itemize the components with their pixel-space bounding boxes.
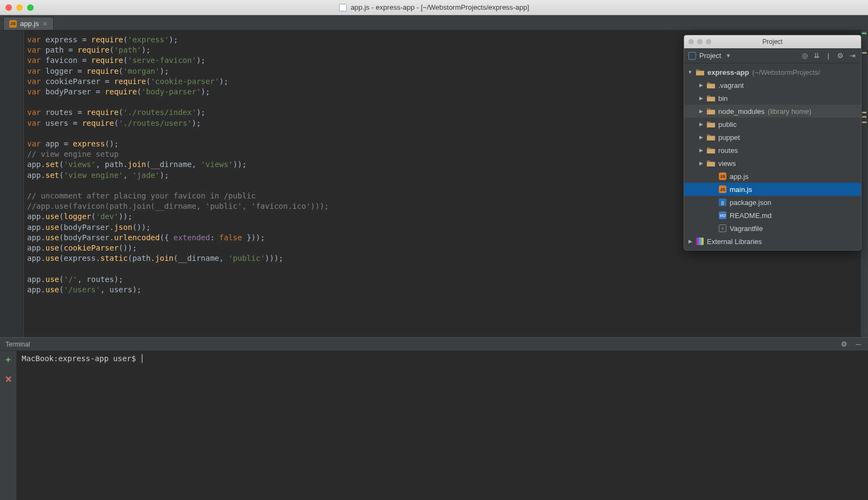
folder-icon	[707, 82, 715, 89]
folder-icon	[707, 147, 715, 154]
disclosure-triangle-icon[interactable]: ▶	[698, 95, 704, 101]
folder-icon	[707, 134, 715, 141]
js-file-icon: JS	[719, 185, 726, 193]
window-titlebar: app.js - express-app - [~/WebstormProjec…	[0, 0, 868, 15]
external-libraries-node[interactable]: ▶External Libraries	[684, 235, 861, 248]
disclosure-triangle-icon[interactable]: ▶	[698, 134, 704, 140]
project-tree[interactable]: ▼express-app (~/WebstormProjects/▶.vagra…	[684, 63, 861, 250]
file-README.md[interactable]: MDREADME.md	[684, 209, 861, 222]
code-line[interactable]: app.use('/users', users);	[27, 285, 867, 295]
terminal-prompt: MacBook:express-app user$	[22, 354, 141, 363]
editor-error-stripe[interactable]	[861, 30, 867, 337]
project-scope-icon	[688, 52, 696, 60]
file-main.js[interactable]: JSmain.js	[684, 183, 861, 196]
tab-label: app.js	[20, 20, 39, 28]
disclosure-triangle-icon[interactable]: ▶	[698, 148, 704, 153]
minimize-window-button[interactable]	[16, 4, 23, 11]
terminal-tool-window: Terminal ⚙ ─ ＋ ✕ MacBook:express-app use…	[0, 337, 868, 500]
folder-public[interactable]: ▶public	[684, 118, 861, 131]
project-tool-window[interactable]: Project Project ▼ ◎ ⇊ | ⚙ ⇥ ▼express-app…	[684, 35, 861, 251]
code-line[interactable]: app.use(express.static(path.join(__dirna…	[27, 253, 867, 264]
disclosure-triangle-icon[interactable]: ▼	[687, 69, 693, 75]
project-view-label: Project	[699, 52, 721, 60]
terminal-tab-label[interactable]: Terminal	[5, 341, 30, 348]
project-zoom-button[interactable]	[706, 39, 711, 44]
libraries-icon	[696, 238, 704, 245]
window-title-text: app.js - express-app - [~/WebstormProjec…	[350, 3, 529, 11]
hide-panel-icon[interactable]: ⇥	[848, 52, 857, 60]
editor-gutter	[0, 30, 24, 337]
collapse-all-icon[interactable]: ⇊	[812, 52, 821, 60]
project-window-traffic-lights	[688, 39, 711, 44]
code-line[interactable]: app.use('/', routes);	[27, 274, 867, 285]
folder-icon	[707, 121, 715, 128]
file-Vagrantfile[interactable]: ≡Vagrantfile	[684, 222, 861, 235]
project-window-title: Project	[762, 38, 782, 46]
folder-puppet[interactable]: ▶puppet	[684, 131, 861, 144]
terminal-body: ＋ ✕ MacBook:express-app user$	[0, 351, 868, 500]
maximize-window-button[interactable]	[27, 4, 34, 11]
project-close-button[interactable]	[688, 39, 694, 44]
project-window-titlebar[interactable]: Project	[684, 35, 861, 48]
terminal-content[interactable]: MacBook:express-app user$	[16, 351, 868, 500]
folder-icon	[707, 108, 715, 115]
json-file-icon: {}	[719, 198, 726, 206]
folder-icon	[696, 69, 704, 76]
folder-.vagrant[interactable]: ▶.vagrant	[684, 79, 861, 92]
disclosure-triangle-icon[interactable]: ▶	[698, 108, 704, 114]
new-session-button[interactable]: ＋	[4, 354, 12, 366]
js-file-icon: JS	[9, 20, 17, 28]
editor-tab-appjs[interactable]: JS app.js ✕	[3, 17, 54, 30]
chevron-down-icon: ▼	[725, 53, 731, 59]
disclosure-triangle-icon[interactable]: ▶	[698, 161, 704, 166]
code-line[interactable]	[27, 264, 867, 274]
terminal-header: Terminal ⚙ ─	[0, 338, 868, 351]
project-minimize-button[interactable]	[697, 39, 703, 44]
disclosure-triangle-icon[interactable]: ▶	[687, 239, 693, 244]
js-file-icon: JS	[719, 172, 726, 180]
project-root-node[interactable]: ▼express-app (~/WebstormProjects/	[684, 66, 861, 79]
folder-routes[interactable]: ▶routes	[684, 144, 861, 157]
disclosure-triangle-icon[interactable]: ▶	[698, 82, 704, 88]
file-package.json[interactable]: {}package.json	[684, 196, 861, 209]
close-session-button[interactable]: ✕	[5, 374, 12, 384]
terminal-cursor	[142, 354, 143, 363]
project-view-dropdown[interactable]: Project ▼	[688, 52, 731, 60]
terminal-gutter: ＋ ✕	[0, 351, 16, 500]
folder-icon	[707, 95, 715, 102]
file-app.js[interactable]: JSapp.js	[684, 170, 861, 183]
folder-node_modules[interactable]: ▶node_modules (library home)	[684, 105, 861, 118]
gear-icon[interactable]: ⚙	[836, 52, 845, 60]
markdown-file-icon: MD	[719, 211, 726, 219]
locate-icon[interactable]: ◎	[800, 52, 809, 60]
generic-file-icon: ≡	[719, 225, 726, 232]
gear-icon[interactable]: ⚙	[840, 340, 848, 349]
minimize-panel-icon[interactable]: ─	[854, 340, 863, 349]
window-traffic-lights	[0, 4, 34, 11]
close-window-button[interactable]	[5, 4, 12, 11]
divider: |	[824, 52, 833, 60]
disclosure-triangle-icon[interactable]: ▶	[698, 121, 704, 127]
close-tab-icon[interactable]: ✕	[42, 20, 48, 28]
folder-views[interactable]: ▶views	[684, 157, 861, 170]
file-type-icon	[339, 4, 347, 11]
window-title: app.js - express-app - [~/WebstormProjec…	[0, 3, 868, 11]
folder-icon	[707, 160, 715, 167]
editor-tab-bar: JS app.js ✕	[0, 15, 868, 30]
folder-bin[interactable]: ▶bin	[684, 92, 861, 105]
project-toolbar: Project ▼ ◎ ⇊ | ⚙ ⇥	[684, 48, 861, 63]
